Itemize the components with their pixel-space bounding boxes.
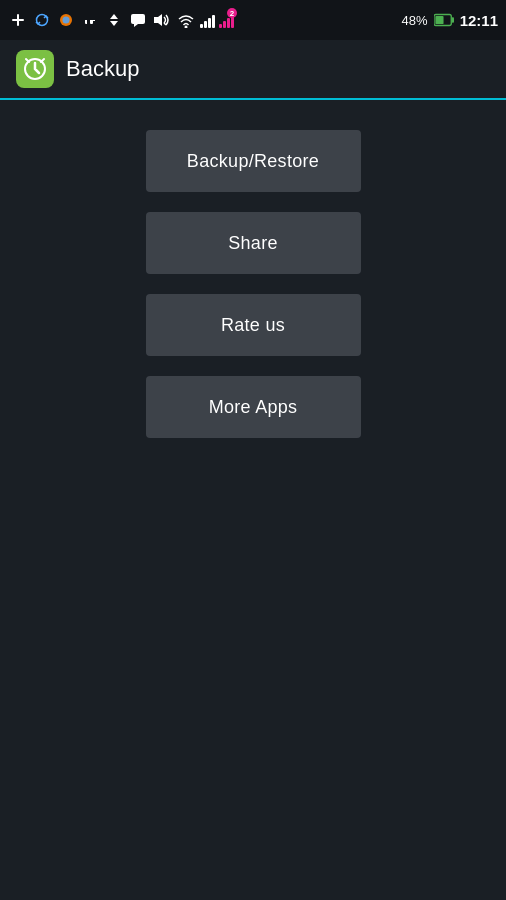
svg-marker-5 [110,14,118,19]
app-bar: Backup [0,40,506,100]
signal2-icon: 2 [219,12,234,28]
firefox-icon [56,10,76,30]
share-button[interactable]: Share [146,212,361,274]
battery-percentage: 48% [402,13,428,28]
svg-point-11 [185,26,188,29]
plus-icon [8,10,28,30]
svg-rect-7 [131,14,145,24]
svg-marker-9 [154,14,162,26]
status-bar: 2 48% 12:11 [0,0,506,40]
sync-icon [32,10,52,30]
more-apps-button[interactable]: More Apps [146,376,361,438]
svg-line-10 [164,23,166,25]
app-icon [16,50,54,88]
svg-point-4 [63,17,70,24]
status-bar-left: 2 [8,10,234,30]
status-bar-right: 48% 12:11 [402,10,498,30]
svg-rect-13 [451,17,453,22]
battery-icon [434,10,454,30]
svg-rect-1 [12,19,24,21]
svg-marker-6 [110,21,118,26]
status-time: 12:11 [460,12,498,29]
backup-restore-button[interactable]: Backup/Restore [146,130,361,192]
rate-us-button[interactable]: Rate us [146,294,361,356]
volume-icon [152,10,172,30]
svg-rect-14 [435,16,443,24]
app-title: Backup [66,56,139,82]
headset-icon [80,10,100,30]
chat-icon [128,10,148,30]
main-content: Backup/Restore Share Rate us More Apps [0,100,506,468]
svg-marker-8 [134,24,138,27]
wifi-icon [176,10,196,30]
signal-badge: 2 [227,8,237,18]
arrows-icon [104,10,124,30]
signal1-icon [200,12,215,28]
